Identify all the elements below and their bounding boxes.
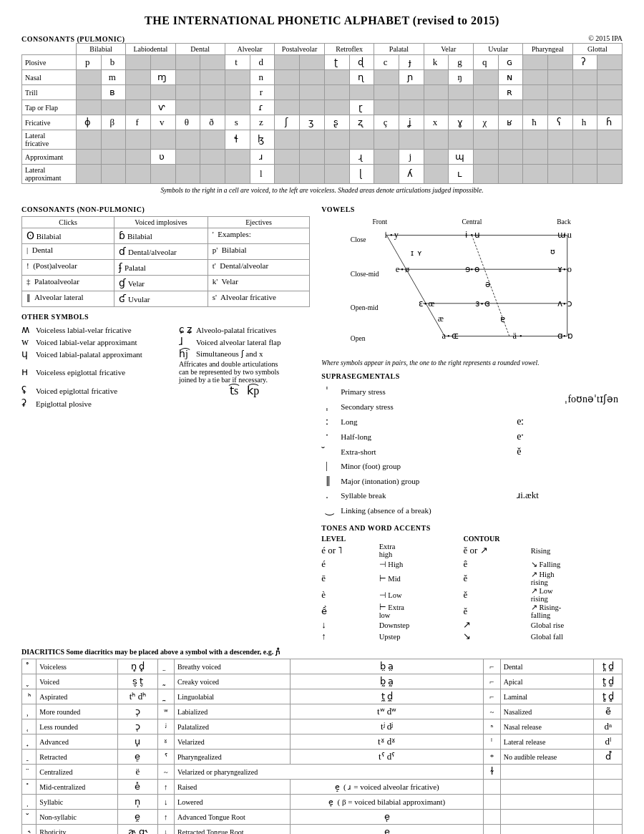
copyright: © 2015 IPA <box>588 34 623 42</box>
svg-text:•: • <box>401 266 404 273</box>
svg-text:ʌ: ʌ <box>558 299 563 309</box>
svg-text:ɶ: ɶ <box>452 331 459 341</box>
svg-text:Front: Front <box>373 218 388 226</box>
svg-text:ɔ: ɔ <box>567 299 572 309</box>
svg-text:ɐ: ɐ <box>501 314 506 324</box>
vowel-note: Where symbols appear in pairs, the one t… <box>321 359 623 367</box>
middle-section: CONSONANTS (NON-PULMONIC) Clicks Voiced … <box>21 205 623 642</box>
svg-text:Back: Back <box>557 218 571 226</box>
svg-text:o: o <box>567 264 572 274</box>
svg-text:•: • <box>563 332 566 340</box>
diacritics-section: DIACRITICS Some diacritics may be placed… <box>21 648 623 834</box>
svg-text:ɛ: ɛ <box>419 299 423 309</box>
svg-text:•: • <box>563 266 566 273</box>
supraseg-table: ˈ Primary stress ˌfoʊnəˈtɪʃən ˌ Secondar… <box>321 383 623 518</box>
vowels-col: VOWELS Front Central Back Close Close-mi… <box>321 205 623 642</box>
pulmonic-note: Symbols to the right in a cell are voice… <box>21 187 623 194</box>
svg-text:y: y <box>394 230 399 240</box>
svg-text:ɜ: ɜ <box>475 299 479 309</box>
svg-text:u: u <box>567 230 572 240</box>
svg-text:ɪ: ɪ <box>411 248 414 257</box>
svg-text:Open: Open <box>351 335 366 342</box>
svg-text:•: • <box>481 300 484 308</box>
svg-text:•: • <box>471 231 474 239</box>
svg-text:œ: œ <box>429 299 435 309</box>
svg-text:ɘ: ɘ <box>465 264 470 274</box>
diacritics-table: ̊ Voiceless n̥ d̥ ̤ Breathy voiced b̤ a̤… <box>21 659 623 834</box>
svg-text:Close-mid: Close-mid <box>351 271 379 278</box>
svg-text:ø: ø <box>405 264 409 274</box>
svg-text:i: i <box>385 230 388 240</box>
svg-text:•: • <box>563 231 566 239</box>
tones-label: TONES AND WORD ACCENTS <box>321 524 623 532</box>
other-symbols-table: ʍ Voiceless labial-velar fricative ɕ ʑ A… <box>21 324 310 409</box>
supraseg-section: SUPRASEGMENTALS ˈ Primary stress ˌfoʊnəˈ… <box>321 372 623 518</box>
svg-text:•: • <box>390 231 393 239</box>
nonpulmonic-col: CONSONANTS (NON-PULMONIC) Clicks Voiced … <box>21 205 310 642</box>
vowel-chart: Front Central Back Close Close-mid Open-… <box>321 215 623 358</box>
svg-text:ʏ: ʏ <box>417 248 422 257</box>
pulmonic-table: Bilabial Labiodental Dental Alveolar Pos… <box>21 43 623 184</box>
svg-text:ɞ: ɞ <box>485 299 491 309</box>
svg-text:Open-mid: Open-mid <box>351 304 379 311</box>
other-symbols-label: OTHER SYMBOLS <box>21 313 310 321</box>
page-title: THE INTERNATIONAL PHONETIC ALPHABET (rev… <box>21 14 623 27</box>
svg-text:•: • <box>563 300 566 308</box>
pulmonic-section: CONSONANTS (PULMONIC) © 2015 IPA Bilabia… <box>21 34 623 200</box>
supraseg-label: SUPRASEGMENTALS <box>321 372 623 380</box>
svg-text:ʉ: ʉ <box>474 230 480 240</box>
svg-text:•: • <box>519 332 522 340</box>
svg-text:e: e <box>396 264 400 274</box>
svg-text:ɤ: ɤ <box>558 264 563 274</box>
svg-text:Central: Central <box>462 218 482 226</box>
svg-text:ɵ: ɵ <box>474 264 479 274</box>
svg-text:ä: ä <box>513 331 517 341</box>
svg-text:Close: Close <box>351 236 366 243</box>
svg-text:•: • <box>447 332 450 340</box>
svg-line-11 <box>387 236 445 336</box>
diacritics-title: DIACRITICS Some diacritics may be placed… <box>21 648 623 656</box>
svg-text:•: • <box>424 300 427 308</box>
svg-text:ɒ: ɒ <box>567 331 573 341</box>
svg-text:ə: ə <box>486 279 491 289</box>
nonpulmonic-table: Clicks Voiced implosives Ejectives ʘ Bil… <box>21 216 310 307</box>
svg-text:æ: æ <box>438 314 444 324</box>
tones-section: TONES AND WORD ACCENTS LEVEL CONTOUR é o… <box>321 524 623 642</box>
pulmonic-label: CONSONANTS (PULMONIC) <box>21 35 125 43</box>
nonpulmonic-label: CONSONANTS (NON-PULMONIC) <box>21 205 310 213</box>
tones-table: LEVEL CONTOUR é or ˥ Extrahigh ě or ↗ Ri… <box>321 535 623 642</box>
svg-text:ʊ: ʊ <box>550 247 555 256</box>
svg-text:•: • <box>471 266 474 273</box>
vowels-label: VOWELS <box>321 205 623 213</box>
svg-text:a: a <box>442 331 447 341</box>
